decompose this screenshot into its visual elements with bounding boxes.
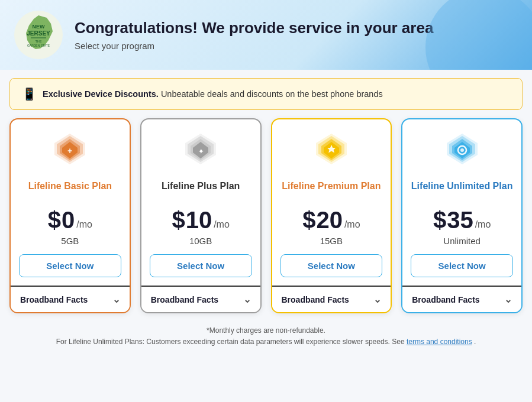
price-amount-plus: 10 xyxy=(186,207,212,234)
header: NEW JERSEY THE GARDEN STATE Congratulati… xyxy=(0,0,532,70)
chevron-down-icon-premium: ⌄ xyxy=(373,294,381,305)
header-decoration xyxy=(425,0,532,70)
footer-note-1: *Monthly charges are non-refundable. xyxy=(9,325,523,336)
price-perMo-unlimited: /mo xyxy=(475,219,491,230)
footer-notes: *Monthly charges are non-refundable. For… xyxy=(0,319,532,357)
banner-description: Unbeatable deals and discounts on the be… xyxy=(161,89,383,99)
broadband-facts-label-unlimited: Broadband Facts xyxy=(412,295,479,304)
plan-card-unlimited: Lifeline Unlimited Plan $ 35 /mo Unlimit… xyxy=(401,118,523,313)
broadband-facts-premium[interactable]: Broadband Facts ⌄ xyxy=(272,286,391,312)
plan-icon-unlimited xyxy=(444,131,480,167)
svg-text:+: + xyxy=(67,146,72,155)
select-button-plus[interactable]: Select Now xyxy=(150,254,252,277)
svg-point-27 xyxy=(460,148,464,152)
plan-card-basic: + Lifeline Basic Plan $ 0 /mo 5GB Select… xyxy=(9,118,131,313)
select-button-unlimited[interactable]: Select Now xyxy=(411,254,513,277)
price-amount-premium: 20 xyxy=(316,207,343,234)
price-amount-unlimited: 35 xyxy=(447,207,473,234)
broadband-facts-basic[interactable]: Broadband Facts ⌄ xyxy=(11,286,130,312)
plan-icon-basic: + xyxy=(52,131,88,167)
broadband-facts-unlimited[interactable]: Broadband Facts ⌄ xyxy=(402,286,521,312)
select-button-premium[interactable]: Select Now xyxy=(280,254,383,277)
broadband-facts-label-plus: Broadband Facts xyxy=(151,295,218,304)
plans-grid: + Lifeline Basic Plan $ 0 /mo 5GB Select… xyxy=(0,118,532,319)
price-dollar-basic: $ xyxy=(48,207,61,234)
plan-card-plus: ✦ Lifeline Plus Plan $ 10 /mo 10GB Selec… xyxy=(140,118,262,313)
plan-body-basic: + Lifeline Basic Plan $ 0 /mo 5GB Select… xyxy=(11,119,130,286)
svg-text:THE: THE xyxy=(36,40,42,43)
header-subtitle: Select your program xyxy=(75,41,433,51)
state-logo: NEW JERSEY THE GARDEN STATE xyxy=(14,11,63,59)
header-text: Congratulations! We provide service in y… xyxy=(75,19,433,51)
plan-name-plus: Lifeline Plus Plan xyxy=(162,174,240,199)
plan-price-premium: $ 20 /mo xyxy=(302,207,360,234)
plan-data-premium: 15GB xyxy=(320,236,343,246)
broadband-facts-label-premium: Broadband Facts xyxy=(282,295,349,304)
plan-body-premium: Lifeline Premium Plan $ 20 /mo 15GB Sele… xyxy=(272,119,391,286)
plan-price-unlimited: $ 35 /mo xyxy=(433,207,491,234)
terms-link[interactable]: terms and conditions xyxy=(407,338,472,346)
footer-note-2: For Lifeline Unlimited Plans: Customers … xyxy=(9,336,523,348)
price-perMo-plus: /mo xyxy=(214,219,230,230)
price-amount-basic: 0 xyxy=(62,207,75,234)
broadband-facts-plus[interactable]: Broadband Facts ⌄ xyxy=(141,286,260,312)
price-dollar-unlimited: $ xyxy=(433,207,446,234)
plan-icon-premium xyxy=(314,131,349,167)
promo-banner: 📱 Exclusive Device Discounts. Unbeatable… xyxy=(9,78,523,110)
price-perMo-premium: /mo xyxy=(344,219,360,230)
plan-icon-plus: ✦ xyxy=(183,131,218,167)
svg-text:JERSEY: JERSEY xyxy=(27,30,50,37)
plan-price-plus: $ 10 /mo xyxy=(172,207,229,234)
header-title: Congratulations! We provide service in y… xyxy=(75,19,433,37)
plan-price-basic: $ 0 /mo xyxy=(48,207,92,234)
plan-data-basic: 5GB xyxy=(61,236,79,246)
plan-name-basic: Lifeline Basic Plan xyxy=(28,174,112,199)
footer-note-2-text: For Lifeline Unlimited Plans: Customers … xyxy=(56,338,407,346)
price-perMo-basic: /mo xyxy=(76,219,92,230)
chevron-down-icon-plus: ⌄ xyxy=(243,294,251,305)
svg-text:NEW: NEW xyxy=(33,24,46,30)
price-dollar-plus: $ xyxy=(172,207,185,234)
broadband-facts-label-basic: Broadband Facts xyxy=(20,295,88,304)
svg-text:GARDEN STATE: GARDEN STATE xyxy=(27,44,50,47)
banner-icon: 📱 xyxy=(22,87,37,101)
plan-card-premium: Lifeline Premium Plan $ 20 /mo 15GB Sele… xyxy=(271,118,392,313)
select-button-basic[interactable]: Select Now xyxy=(19,254,121,277)
svg-text:✦: ✦ xyxy=(198,148,204,155)
plan-name-premium: Lifeline Premium Plan xyxy=(282,174,381,199)
chevron-down-icon-basic: ⌄ xyxy=(112,294,120,305)
plan-body-plus: ✦ Lifeline Plus Plan $ 10 /mo 10GB Selec… xyxy=(141,119,260,286)
plan-name-unlimited: Lifeline Unlimited Plan xyxy=(411,174,513,199)
banner-bold: Exclusive Device Discounts. xyxy=(43,89,159,99)
footer-note-2-end: . xyxy=(474,338,476,346)
plan-data-plus: 10GB xyxy=(189,236,212,246)
price-dollar-premium: $ xyxy=(302,207,315,234)
chevron-down-icon-unlimited: ⌄ xyxy=(504,294,512,305)
plan-body-unlimited: Lifeline Unlimited Plan $ 35 /mo Unlimit… xyxy=(402,119,521,286)
plan-data-unlimited: Unlimited xyxy=(443,236,481,246)
banner-text: Exclusive Device Discounts. Unbeatable d… xyxy=(43,89,383,99)
